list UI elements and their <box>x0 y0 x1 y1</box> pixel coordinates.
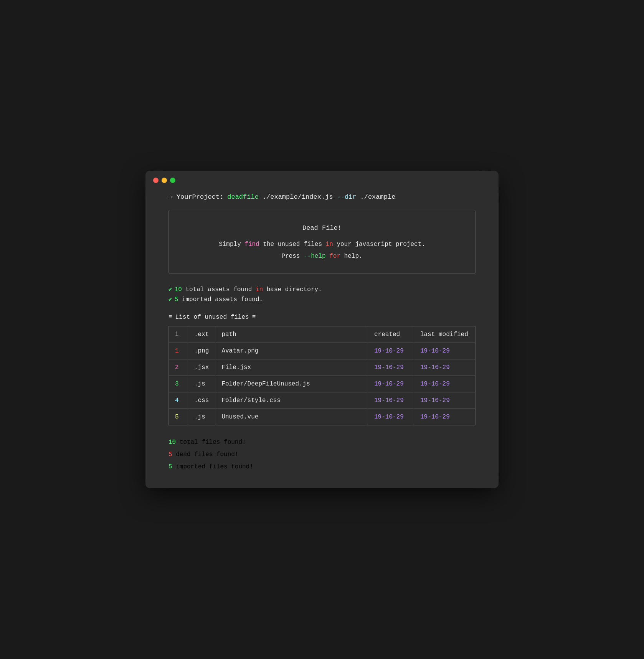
banner-line2-end: help. <box>340 253 363 260</box>
titlebar <box>145 171 499 189</box>
summary-total: 10 total files found! <box>168 436 476 448</box>
minimize-button[interactable] <box>162 178 167 183</box>
cell-path: Folder/DeepFileUnused.js <box>215 376 368 392</box>
table-row: 4 .css Folder/style.css 19-10-29 19-10-2… <box>169 392 476 409</box>
banner-for-keyword: for <box>326 253 340 260</box>
cell-ext: .png <box>188 343 215 359</box>
cell-created: 19-10-29 <box>368 343 414 359</box>
summary-imported-num: 5 <box>168 463 172 470</box>
cell-path: File.jsx <box>215 359 368 376</box>
table-header-row: i .ext path created last modified <box>169 326 476 343</box>
command-flag: --dir <box>337 193 357 201</box>
banner-title: Dead File! <box>184 222 460 235</box>
command-dir: ./example <box>360 193 396 201</box>
summary-total-text: total files found! <box>176 439 246 446</box>
status-base-dir: base directory. <box>263 286 322 293</box>
command-line: → YourProject: deadfile ./example/index.… <box>168 193 476 201</box>
command-prefix: YourProject: <box>177 193 223 201</box>
cell-modified: 19-10-29 <box>414 343 476 359</box>
cell-created: 19-10-29 <box>368 376 414 392</box>
cell-ext: .js <box>188 376 215 392</box>
cell-created: 19-10-29 <box>368 392 414 409</box>
table-row: 2 .jsx File.jsx 19-10-29 19-10-29 <box>169 359 476 376</box>
cell-index: 2 <box>169 359 188 376</box>
cell-ext: .js <box>188 409 215 425</box>
cell-created: 19-10-29 <box>368 359 414 376</box>
cell-modified: 19-10-29 <box>414 359 476 376</box>
cell-ext: .jsx <box>188 359 215 376</box>
banner-in-keyword: in <box>326 241 333 248</box>
check-icon-2: ✔ <box>168 296 172 303</box>
banner-box: Dead File! Simply find the unused files … <box>168 210 476 274</box>
cell-index: 4 <box>169 392 188 409</box>
close-button[interactable] <box>153 178 159 183</box>
banner-line1-before: Simply <box>219 241 244 248</box>
summary-total-num: 10 <box>168 439 176 446</box>
command-script: ./example/index.js <box>263 193 333 201</box>
prompt-arrow: → <box>168 193 173 201</box>
section-label: List of unused files <box>175 314 249 321</box>
summary-imported: 5 imported files found! <box>168 461 476 473</box>
cell-index: 5 <box>169 409 188 425</box>
cell-modified: 19-10-29 <box>414 392 476 409</box>
col-header-ext: .ext <box>188 326 215 343</box>
status-imported-num: 5 <box>175 296 178 303</box>
cell-index: 3 <box>169 376 188 392</box>
col-header-modified: last modified <box>414 326 476 343</box>
equals-left-icon: ≡ <box>168 314 172 321</box>
terminal-content: → YourProject: deadfile ./example/index.… <box>145 189 499 473</box>
cell-modified: 19-10-29 <box>414 409 476 425</box>
summary-dead-text: dead files found! <box>172 451 239 458</box>
banner-line2-before: Press <box>281 253 304 260</box>
table-row: 5 .js Unused.vue 19-10-29 19-10-29 <box>169 409 476 425</box>
summary-dead-num: 5 <box>168 451 172 458</box>
section-header: ≡ List of unused files ≡ <box>168 314 476 321</box>
status-line-2: ✔5 imported assets found. <box>168 295 476 303</box>
cell-path: Avatar.png <box>215 343 368 359</box>
maximize-button[interactable] <box>170 178 175 183</box>
summary-section: 10 total files found! 5 dead files found… <box>168 436 476 473</box>
cell-modified: 19-10-29 <box>414 376 476 392</box>
banner-line1-end: your javascript project. <box>333 241 425 248</box>
banner-find-keyword: find <box>244 241 259 248</box>
equals-right-icon: ≡ <box>252 314 256 321</box>
status-line-1: ✔10 total assets found in base directory… <box>168 285 476 293</box>
banner-description: Simply find the unused files in your jav… <box>184 239 460 262</box>
status-imported-text: imported assets found. <box>178 296 263 303</box>
cell-path: Folder/style.css <box>215 392 368 409</box>
col-header-i: i <box>169 326 188 343</box>
col-header-path: path <box>215 326 368 343</box>
check-icon-1: ✔ <box>168 286 172 293</box>
terminal-window: → YourProject: deadfile ./example/index.… <box>145 171 499 488</box>
table-row: 1 .png Avatar.png 19-10-29 19-10-29 <box>169 343 476 359</box>
cell-created: 19-10-29 <box>368 409 414 425</box>
status-total-num: 10 <box>175 286 182 293</box>
col-header-created: created <box>368 326 414 343</box>
command-tool: deadfile <box>227 193 259 201</box>
cell-index: 1 <box>169 343 188 359</box>
status-in-keyword: in <box>256 286 263 293</box>
status-total-text: total assets found <box>182 286 256 293</box>
files-table: i .ext path created last modified 1 .png… <box>168 326 476 425</box>
table-row: 3 .js Folder/DeepFileUnused.js 19-10-29 … <box>169 376 476 392</box>
cell-path: Unused.vue <box>215 409 368 425</box>
banner-line1-after: the unused files <box>259 241 326 248</box>
summary-dead: 5 dead files found! <box>168 448 476 461</box>
summary-imported-text: imported files found! <box>172 463 253 470</box>
banner-help-flag: --help <box>304 253 326 260</box>
cell-ext: .css <box>188 392 215 409</box>
